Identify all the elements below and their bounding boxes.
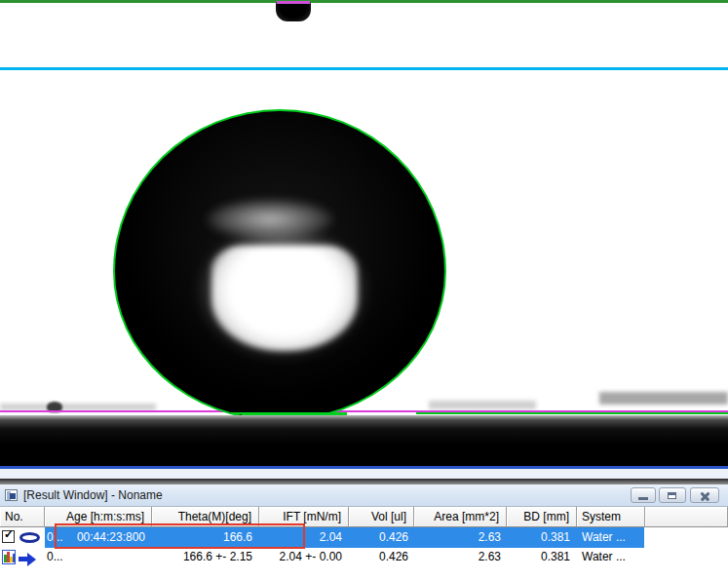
- cell-theta: 166.6 +- 2.15: [183, 550, 252, 563]
- surface-smudge: [0, 404, 156, 410]
- chart-bar: [13, 554, 16, 562]
- result-window: [Result Window] - Noname No. Age [h:m:s:…: [0, 479, 728, 580]
- cell-no: 0...: [47, 530, 63, 544]
- row-checkbox[interactable]: ✓: [2, 530, 15, 543]
- drop-shape-analyzer-screen: [Result Window] - Noname No. Age [h:m:s:…: [0, 0, 728, 580]
- result-table-header: No. Age [h:m:s:ms] Theta(M)[deg] IFT [mN…: [0, 507, 728, 527]
- column-header-system[interactable]: System: [577, 507, 645, 527]
- column-header-area[interactable]: Area [mm*2]: [414, 507, 507, 527]
- cell-vol: 0.426: [379, 550, 408, 563]
- minimize-button[interactable]: [631, 487, 656, 503]
- cell-area: 2.63: [479, 550, 501, 563]
- column-header-bd[interactable]: BD [mm]: [507, 507, 577, 527]
- cell-bd: 0.381: [541, 530, 570, 544]
- drop-reflection-highlight: [211, 246, 358, 351]
- substrate-strip: [0, 415, 728, 467]
- cell-bd: 0.381: [541, 550, 570, 563]
- surface-smudge: [599, 392, 728, 405]
- table-row-selected[interactable]: ✓ 0... 00:44:23:800 166.6 2.04 0.426 2.6…: [0, 527, 728, 548]
- cyan-scan-line: [0, 67, 728, 70]
- eye-icon: [19, 532, 40, 543]
- result-window-icon: [5, 489, 18, 501]
- sessile-drop-image: [113, 109, 446, 421]
- cell-theta: 166.6: [223, 530, 252, 544]
- camera-top-green-bar: [0, 0, 728, 3]
- result-window-titlebar[interactable]: [Result Window] - Noname: [0, 484, 728, 507]
- arrow-right-icon: [19, 557, 27, 561]
- baseline-green-line: [416, 412, 728, 414]
- cell-vol: 0.426: [379, 530, 408, 544]
- column-header-age[interactable]: Age [h:m:s:ms]: [45, 507, 152, 527]
- restore-icon: [668, 492, 676, 499]
- cell-ift: 2.04 +- 0.00: [280, 550, 342, 563]
- column-header-filler: [645, 507, 728, 527]
- arrow-right-icon: [27, 553, 36, 566]
- column-header-ift[interactable]: IFT [mN/m]: [259, 507, 349, 527]
- cell-no: 0...: [47, 550, 63, 563]
- needle-magenta-marker: [277, 1, 310, 4]
- cell-ift: 2.04: [320, 530, 342, 544]
- checkmark-icon: ✓: [4, 527, 14, 541]
- needle-tip-image: [276, 2, 311, 21]
- column-header-theta[interactable]: Theta(M)[deg]: [152, 507, 259, 527]
- cell-system: Water ...: [582, 550, 626, 563]
- result-window-title: [Result Window] - Noname: [23, 488, 163, 502]
- restore-button[interactable]: [659, 487, 686, 503]
- table-row[interactable]: 0... 166.6 +- 2.15 2.04 +- 0.00 0.426 2.…: [0, 548, 728, 566]
- chart-icon: [2, 550, 16, 564]
- minimize-icon: [638, 497, 648, 500]
- surface-smudge: [429, 401, 536, 409]
- cell-age: 00:44:23:800: [77, 530, 145, 544]
- close-button[interactable]: [690, 487, 719, 503]
- column-header-vol[interactable]: Vol [ul]: [349, 507, 414, 527]
- column-header-no[interactable]: No.: [0, 507, 45, 527]
- cell-area: 2.63: [479, 530, 501, 544]
- cell-system: Water ...: [582, 530, 626, 544]
